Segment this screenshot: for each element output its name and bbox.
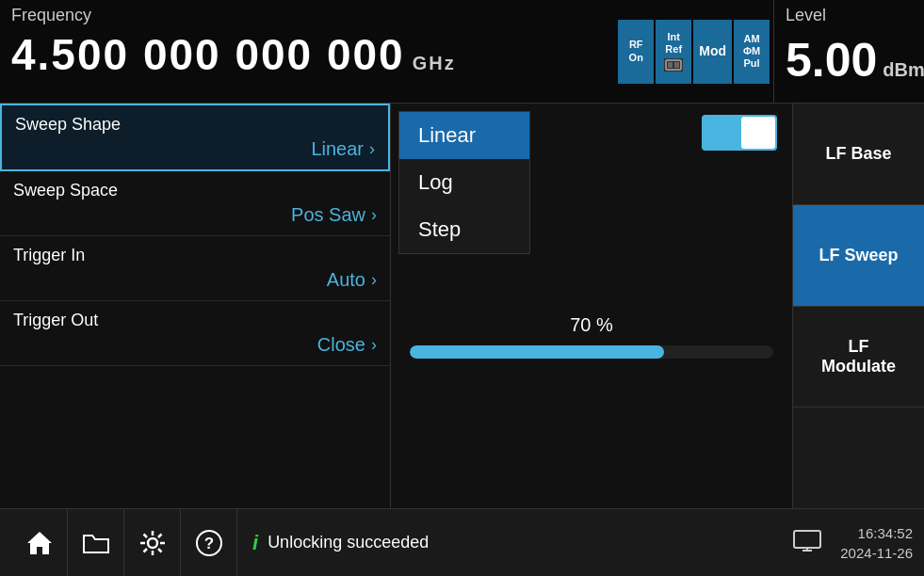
dropdown-item-step[interactable]: Step <box>399 206 529 253</box>
sweep-space-text: Pos Saw <box>291 204 365 226</box>
pul-label: Pul <box>743 57 759 70</box>
trigger-out-row[interactable]: Trigger Out Close › <box>0 301 390 366</box>
dropdown-step-label: Step <box>418 217 461 242</box>
svg-line-11 <box>158 534 162 537</box>
lf-sweep-button[interactable]: LF Sweep <box>793 205 924 307</box>
status-text: Unlocking succeeded <box>267 533 429 552</box>
sweep-space-label: Sweep Space <box>13 181 377 200</box>
lf-base-button[interactable]: LF Base <box>793 104 924 205</box>
folder-button[interactable] <box>68 509 124 577</box>
lf-sweep-label: LF Sweep <box>819 246 898 265</box>
datetime-display: 16:34:52 2024-11-26 <box>840 523 913 563</box>
frequency-section: Frequency 4.500 000 000 000 GHz <box>0 0 614 103</box>
rf-on-button[interactable]: RF On <box>618 20 654 84</box>
help-button[interactable]: ? <box>181 509 237 577</box>
sweep-shape-text: Linear <box>311 138 364 160</box>
level-value: 5.00 <box>786 33 877 88</box>
int-ref-icon <box>664 58 683 72</box>
top-bar: Frequency 4.500 000 000 000 GHz RF On In… <box>0 0 924 104</box>
lf-modulate-button[interactable]: LF Modulate <box>793 307 924 408</box>
sweep-shape-arrow: › <box>369 139 375 159</box>
sweep-shape-row[interactable]: Sweep Shape Linear › <box>0 104 390 171</box>
trigger-in-text: Auto <box>327 269 365 291</box>
home-button[interactable] <box>11 509 68 577</box>
lf-modulate-label: LF Modulate <box>821 337 896 376</box>
trigger-out-arrow: › <box>371 335 377 355</box>
status-icon: i <box>252 531 258 555</box>
trigger-in-label: Trigger In <box>13 246 377 265</box>
rf-on-line1: RF <box>629 39 643 51</box>
main-area: Sweep Shape Linear › Sweep Space Pos Saw… <box>0 104 924 508</box>
sweep-space-row[interactable]: Sweep Space Pos Saw › <box>0 171 390 236</box>
ref-icon-svg <box>665 59 682 71</box>
right-panel-empty <box>793 408 924 508</box>
int-ref-button[interactable]: Int Ref <box>656 20 691 84</box>
frequency-unit: GHz <box>413 53 456 74</box>
progress-bar-fill <box>410 345 664 359</box>
right-panel: LF Base LF Sweep LF Modulate <box>792 104 924 508</box>
int-ref-line1: Int <box>668 31 680 43</box>
svg-line-10 <box>158 549 162 552</box>
level-section: Level 5.00 dBm <box>773 0 924 103</box>
progress-section: 70 % <box>391 299 792 374</box>
date-display: 2024-11-26 <box>840 543 913 563</box>
help-icon: ? <box>195 529 223 557</box>
phi-label: ΦM <box>743 45 760 57</box>
dropdown-item-linear[interactable]: Linear <box>399 112 529 159</box>
svg-line-9 <box>143 534 147 537</box>
trigger-in-row[interactable]: Trigger In Auto › <box>0 236 390 301</box>
progress-bar-background <box>410 345 773 359</box>
settings-button[interactable] <box>124 509 181 577</box>
bottom-bar: ? i Unlocking succeeded 16:34:52 2024-11… <box>0 508 924 576</box>
home-icon <box>25 530 54 556</box>
frequency-label: Frequency <box>11 6 603 25</box>
trigger-out-label: Trigger Out <box>13 311 377 330</box>
svg-rect-2 <box>674 62 679 68</box>
lf-base-label: LF Base <box>825 144 891 164</box>
am-label: AM <box>743 33 759 45</box>
display-icon <box>793 530 821 552</box>
toggle-knob <box>741 117 775 149</box>
sweep-space-value: Pos Saw › <box>13 204 377 226</box>
mod-label: Mod <box>699 43 726 59</box>
bottom-right: 16:34:52 2024-11-26 <box>793 523 913 563</box>
dropdown-log-label: Log <box>418 170 453 195</box>
svg-text:?: ? <box>203 535 213 552</box>
level-unit: dBm <box>883 59 924 81</box>
toggle-area <box>538 104 792 158</box>
rf-on-line2: On <box>629 52 643 64</box>
dropdown-menu: Linear Log Step <box>398 111 530 254</box>
svg-line-12 <box>143 549 147 552</box>
trigger-in-value: Auto › <box>13 269 377 291</box>
folder-icon <box>82 530 110 556</box>
time-display: 16:34:52 <box>840 523 913 543</box>
gear-icon <box>138 529 167 557</box>
progress-label: 70 % <box>410 314 773 336</box>
trigger-in-arrow: › <box>371 270 377 290</box>
status-area: i Unlocking succeeded <box>237 531 793 555</box>
mod-button[interactable]: Mod <box>693 20 732 84</box>
trigger-out-value: Close › <box>13 334 377 356</box>
svg-rect-15 <box>794 531 820 548</box>
sweep-shape-value: Linear › <box>15 138 375 160</box>
trigger-out-text: Close <box>317 334 365 356</box>
sweep-space-arrow: › <box>371 205 377 225</box>
am-phi-pul-button[interactable]: AM ΦM Pul <box>734 20 770 84</box>
dropdown-item-log[interactable]: Log <box>399 159 529 206</box>
control-buttons-area: RF On Int Ref Mod AM ΦM Pul <box>614 0 773 103</box>
svg-rect-1 <box>668 62 673 68</box>
int-ref-line2: Ref <box>665 43 682 56</box>
center-panel: Linear Log Step 70 % <box>391 104 792 508</box>
toggle-switch[interactable] <box>702 115 777 151</box>
svg-marker-3 <box>27 532 52 554</box>
level-display: 5.00 dBm <box>786 33 913 88</box>
left-panel: Sweep Shape Linear › Sweep Space Pos Saw… <box>0 104 391 508</box>
frequency-display: 4.500 000 000 000 GHz <box>11 29 603 80</box>
svg-point-4 <box>148 538 157 548</box>
sweep-shape-label: Sweep Shape <box>15 115 375 135</box>
level-label: Level <box>786 6 913 25</box>
display-icon-button[interactable] <box>793 530 821 556</box>
dropdown-linear-label: Linear <box>418 123 476 148</box>
frequency-value: 4.500 000 000 000 <box>11 29 405 80</box>
